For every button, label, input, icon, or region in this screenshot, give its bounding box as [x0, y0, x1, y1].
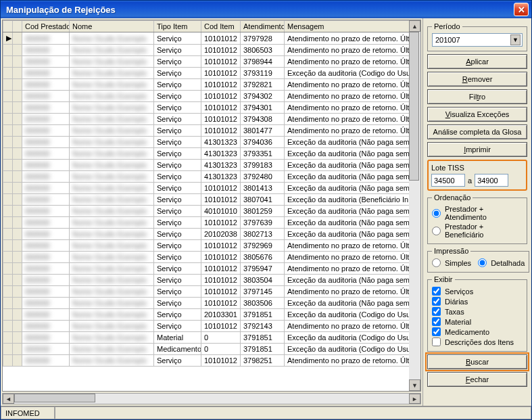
table-row[interactable]: 000000Nome Oculto ExemploServiço10101012…: [3, 114, 420, 125]
table-row[interactable]: 000000Nome Oculto ExemploServiço40101010…: [3, 206, 420, 217]
chevron-down-icon[interactable]: ▼: [510, 34, 521, 45]
table-row[interactable]: 000000Nome Oculto ExemploMedicamento0379…: [3, 344, 420, 355]
chk-taxas[interactable]: [432, 307, 441, 316]
vscroll-thumb[interactable]: [409, 32, 419, 181]
table-row[interactable]: ▶000000Nome Oculto ExemploServiço1010101…: [3, 32, 420, 45]
table-row[interactable]: 000000Nome Oculto ExemploServiço10101012…: [3, 321, 420, 332]
row-marker-2: [13, 79, 22, 91]
col-tipo-item[interactable]: Tipo Item: [154, 21, 201, 32]
cell-nome: Nome Oculto Exemplo: [70, 102, 154, 114]
table-row[interactable]: 000000Nome Oculto ExemploMaterial0379185…: [3, 332, 420, 344]
table-row[interactable]: 000000Nome Oculto ExemploServiço10101012…: [3, 79, 420, 91]
vertical-scrollbar[interactable]: ▲ ▼: [409, 20, 420, 391]
vscroll-track[interactable]: [409, 32, 420, 379]
col-cod-item[interactable]: Cod Item: [201, 21, 241, 32]
col-atendimento[interactable]: Atendimento: [241, 21, 285, 32]
row-marker-2: [13, 45, 22, 56]
col-mensagem[interactable]: Mensagem: [285, 21, 420, 32]
cell-cod-item: 10101012: [201, 45, 241, 56]
buscar-button[interactable]: Buscar: [427, 354, 527, 369]
table-row[interactable]: 000000Nome Oculto ExemploServiço10101012…: [3, 240, 420, 252]
aplicar-button[interactable]: Aplicar: [427, 54, 527, 69]
table-row[interactable]: 000000Nome Oculto ExemploServiço10101012…: [3, 286, 420, 298]
col-nome[interactable]: Nome: [70, 21, 154, 32]
visualiza-excecoes-button[interactable]: Visualiza Exceções: [427, 107, 527, 122]
table-row[interactable]: 000000Nome Oculto ExemploServiço10101012…: [3, 91, 420, 102]
exibir-servicos[interactable]: Serviços: [432, 286, 523, 296]
table-row[interactable]: 000000Nome Oculto ExemploServiço10101012…: [3, 298, 420, 309]
imp-detalhada-radio[interactable]: [478, 258, 487, 267]
table-row[interactable]: 000000Nome Oculto ExemploServiço10101012…: [3, 263, 420, 275]
scroll-left-icon[interactable]: ◄: [3, 394, 14, 404]
cell-atendimento: 3791851: [241, 344, 285, 355]
cell-mensagem: Atendimento no prazo de retorno. Últ: [285, 56, 420, 68]
table-row[interactable]: 000000Nome Oculto ExemploServiço20102038…: [3, 229, 420, 240]
cell-nome: Nome Oculto Exemplo: [70, 183, 154, 194]
table-row[interactable]: 000000Nome Oculto ExemploServiço41301323…: [3, 148, 420, 160]
cell-nome: Nome Oculto Exemplo: [70, 32, 154, 45]
exibir-diarias[interactable]: Diárias: [432, 296, 523, 306]
cell-mensagem: Exceção da auditoria (Codigo do Usu: [285, 332, 420, 344]
scroll-up-icon[interactable]: ▲: [409, 20, 420, 32]
table-row[interactable]: 000000Nome Oculto ExemploServiço10101012…: [3, 56, 420, 68]
ord-opt2-radio[interactable]: [432, 227, 441, 235]
row-marker: [3, 102, 13, 114]
lote-from-input[interactable]: [431, 174, 465, 187]
exibir-material[interactable]: Material: [432, 317, 523, 327]
chk-diarias[interactable]: [432, 297, 441, 306]
close-button[interactable]: ✕: [514, 3, 529, 16]
row-marker: [3, 160, 13, 171]
horizontal-scrollbar[interactable]: ◄ ►: [2, 393, 421, 404]
cell-tipo-item: Serviço: [154, 91, 201, 102]
table-row[interactable]: 000000Nome Oculto ExemploServiço10101012…: [3, 355, 420, 367]
table-row[interactable]: 000000Nome Oculto ExemploServiço41301323…: [3, 171, 420, 183]
table-row[interactable]: 000000Nome Oculto ExemploServiço10101012…: [3, 45, 420, 56]
row-marker-2: [13, 275, 22, 286]
col-cod-prestador[interactable]: Cod Prestador: [22, 21, 70, 32]
exibir-medicamento[interactable]: Medicamento: [432, 327, 523, 337]
imp-simples[interactable]: Simples: [432, 258, 471, 268]
row-marker: [3, 194, 13, 206]
chk-medicamento[interactable]: [432, 327, 441, 336]
hscroll-thumb[interactable]: [14, 394, 95, 402]
table-row[interactable]: 000000Nome Oculto ExemploServiço41301323…: [3, 137, 420, 148]
periodo-combo[interactable]: 201007 ▼: [432, 33, 523, 47]
exibir-taxas[interactable]: Taxas: [432, 306, 523, 317]
imprimir-button[interactable]: Imprimir: [427, 142, 527, 157]
hscroll-track[interactable]: [14, 394, 409, 404]
cell-tipo-item: Serviço: [154, 298, 201, 309]
chk-material[interactable]: [432, 317, 441, 326]
table-row[interactable]: 000000Nome Oculto ExemploServiço10101012…: [3, 68, 420, 79]
cell-nome: Nome Oculto Exemplo: [70, 114, 154, 125]
analise-glosa-button[interactable]: Análise completa da Glosa: [427, 124, 527, 139]
table-row[interactable]: 000000Nome Oculto ExemploServiço41301323…: [3, 160, 420, 171]
chk-servicos[interactable]: [432, 287, 441, 296]
table-row[interactable]: 000000Nome Oculto ExemploServiço10101012…: [3, 275, 420, 286]
cell-cod-item: 10101012: [201, 114, 241, 125]
table-row[interactable]: 000000Nome Oculto ExemploServiço10101012…: [3, 102, 420, 114]
scroll-down-icon[interactable]: ▼: [409, 379, 420, 391]
row-marker: [3, 79, 13, 91]
table-row[interactable]: 000000Nome Oculto ExemploServiço10101012…: [3, 125, 420, 137]
imp-simples-radio[interactable]: [432, 258, 441, 267]
ord-prestador-atendimento[interactable]: Prestador + Atendimento: [432, 204, 523, 222]
filtro-button[interactable]: Filtro: [427, 89, 527, 104]
scroll-right-icon[interactable]: ►: [409, 394, 420, 404]
fechar-button[interactable]: Fechar: [427, 372, 527, 387]
table-row[interactable]: 000000Nome Oculto ExemploServiço10101012…: [3, 252, 420, 263]
lote-to-input[interactable]: [475, 174, 508, 187]
cell-cod-prestador: 000000: [22, 125, 70, 137]
chk-descricoes[interactable]: [432, 337, 441, 346]
ord-opt1-radio[interactable]: [432, 209, 441, 218]
table-row[interactable]: 000000Nome Oculto ExemploServiço20103301…: [3, 309, 420, 321]
table-row[interactable]: 000000Nome Oculto ExemploServiço10101012…: [3, 217, 420, 229]
ord-prestador-beneficiario[interactable]: Prestador + Beneficiário: [432, 222, 523, 239]
imp-detalhada[interactable]: Detalhada: [478, 258, 525, 268]
cell-tipo-item: Serviço: [154, 137, 201, 148]
table-row[interactable]: 000000Nome Oculto ExemploServiço10101012…: [3, 183, 420, 194]
remover-button[interactable]: Remover: [427, 72, 527, 87]
table-row[interactable]: 000000Nome Oculto ExemploServiço10101012…: [3, 194, 420, 206]
cell-tipo-item: Serviço: [154, 56, 201, 68]
cell-atendimento: 3807041: [241, 194, 285, 206]
exibir-descricoes[interactable]: Descrições dos Itens: [432, 337, 523, 347]
